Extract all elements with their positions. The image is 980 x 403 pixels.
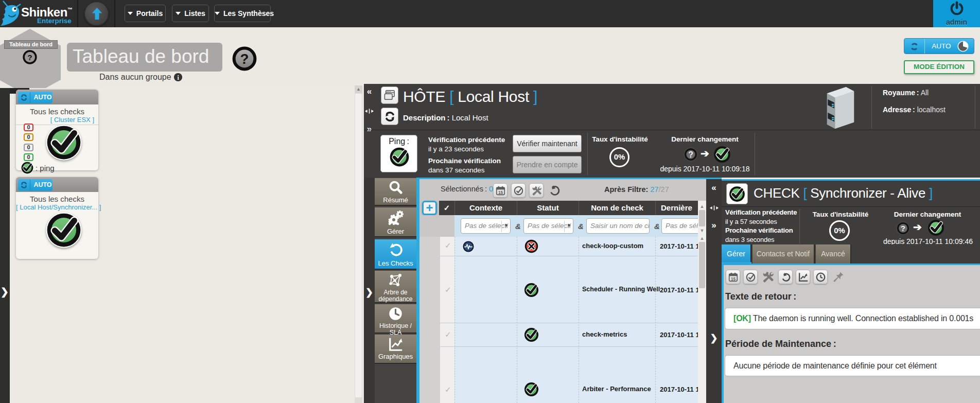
svg-text:?: ? — [240, 51, 249, 67]
svg-text:?: ? — [27, 53, 32, 62]
